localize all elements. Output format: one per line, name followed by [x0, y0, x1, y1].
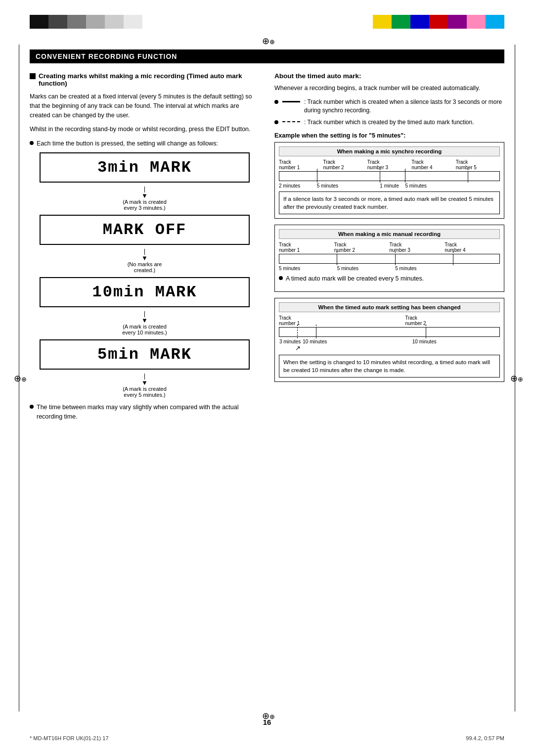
lcd-ann-2: (No marks arecreated.) — [128, 261, 162, 273]
legend-item-1: : Track number which is created when a s… — [274, 98, 504, 115]
body-text-1: Marks can be created at a fixed interval… — [30, 92, 260, 120]
legend-dot-1 — [274, 100, 278, 104]
example-heading: Example when the setting is for "5 minut… — [274, 132, 405, 139]
color-bars — [0, 15, 534, 29]
lcd-display-4: 5min MARK ▼ (A mark is createdevery 5 mi… — [30, 339, 260, 398]
lcd-ann-3: (A mark is createdevery 10 minutes.) — [122, 324, 167, 335]
body-text-2: Whilst in the recording stand-by mode or… — [30, 125, 260, 134]
diag3-title: When the timed auto mark setting has bee… — [279, 302, 500, 312]
two-column-layout: Creating marks whilst making a mic recor… — [30, 72, 504, 425]
lcd-box-3: 10min MARK — [40, 277, 250, 307]
diag2-times: 5 minutes 5 minutes 5 minutes — [279, 266, 500, 271]
diag2-bullet: A timed auto mark will be created every … — [279, 274, 500, 284]
subsection-heading: Creating marks whilst making a mic recor… — [30, 72, 260, 87]
footer: * MD-MT16H FOR UK(01-21) 17 99.4.2, 0:57… — [30, 735, 504, 741]
black-square-icon — [30, 73, 36, 79]
lcd-display-2: MARK OFF ▼ (No marks arecreated.) — [30, 215, 260, 273]
bullet-dot-1 — [30, 141, 34, 145]
bullet-item-1: Each time the button is pressed, the set… — [30, 139, 260, 148]
left-rule — [19, 45, 19, 711]
diagram-manual: When making a mic manual recording Track… — [274, 225, 504, 292]
legend-text-2: : Track number which is created by the t… — [304, 118, 474, 127]
footer-left: * MD-MT16H FOR UK(01-21) 17 — [30, 735, 109, 741]
bullet-item-2: The time between marks may vary slightly… — [30, 403, 260, 422]
legend-item-2: : Track number which is created by the t… — [274, 118, 504, 127]
bullet-text-2: The time between marks may vary slightly… — [37, 403, 260, 422]
about-body: Whenever a recording begins, a track num… — [274, 84, 504, 93]
main-content: CONVENIENT RECORDING FUNCTION Creating m… — [30, 49, 504, 707]
crosshair-right: ⊕ — [510, 373, 520, 383]
right-rule — [515, 45, 515, 711]
left-column: Creating marks whilst making a mic recor… — [30, 72, 260, 425]
crosshair-top: ⊕ — [262, 36, 272, 46]
right-column: About the timed auto mark: Whenever a re… — [274, 72, 504, 425]
lcd-box-2: MARK OFF — [40, 215, 250, 245]
about-heading: About the timed auto mark: — [274, 72, 504, 80]
diagram-changed: When the timed auto mark setting has bee… — [274, 298, 504, 382]
bullet-dot-2 — [30, 405, 34, 409]
diag1-info: If a silence lasts for 3 seconds or more… — [279, 191, 500, 214]
diag1-tracks — [279, 171, 500, 181]
diag1-times: 2 minutes 5 minutes 1 minute 5 minutes — [279, 183, 500, 189]
legend-text-1: : Track number which is created when a s… — [304, 98, 504, 115]
diag3-info: When the setting is changed to 10 minute… — [279, 355, 500, 378]
footer-right: 99.4.2, 0:57 PM — [466, 735, 504, 741]
diag2-bullet-text: A timed auto mark will be created every … — [286, 274, 424, 284]
left-heading-text: Creating marks whilst making a mic recor… — [39, 72, 260, 87]
lcd-box-4: 5min MARK — [40, 339, 250, 370]
left-color-bar — [30, 15, 142, 29]
diag1-title: When making a mic synchro recording — [279, 146, 500, 156]
legend-line-solid — [282, 101, 300, 102]
lcd-text-2: MARK OFF — [103, 221, 187, 239]
lcd-display-3: 10min MARK ▼ (A mark is createdevery 10 … — [30, 277, 260, 335]
section-header-text: CONVENIENT RECORDING FUNCTION — [36, 52, 177, 60]
lcd-display-1: 3min MARK ▼ (A mark is createdevery 3 mi… — [30, 152, 260, 211]
diag2-title: When making a mic manual recording — [279, 229, 500, 239]
bullet-text-1: Each time the button is pressed, the set… — [37, 139, 218, 148]
legend-dot-2 — [274, 120, 278, 124]
lcd-box-1: 3min MARK — [40, 152, 250, 183]
lcd-ann-4: (A mark is createdevery 5 minutes.) — [123, 386, 167, 398]
diagram-synchro: When making a mic synchro recording Trac… — [274, 142, 504, 219]
diag2-bullet-dot — [279, 276, 283, 280]
section-header: CONVENIENT RECORDING FUNCTION — [30, 49, 504, 63]
lcd-text-1: 3min MARK — [97, 158, 192, 177]
lcd-ann-1: (A mark is createdevery 3 minutes.) — [123, 199, 167, 211]
diag3-times: 3 minutes ↗ 10 minutes 10 minutes — [279, 339, 500, 352]
page-number: 16 — [263, 718, 271, 726]
diag3-tracks — [279, 327, 500, 337]
legend-line-dashed — [282, 121, 300, 122]
right-color-bar — [373, 15, 504, 29]
lcd-text-4: 5min MARK — [97, 345, 192, 364]
lcd-text-3: 10min MARK — [92, 283, 197, 301]
diag2-tracks — [279, 254, 500, 264]
